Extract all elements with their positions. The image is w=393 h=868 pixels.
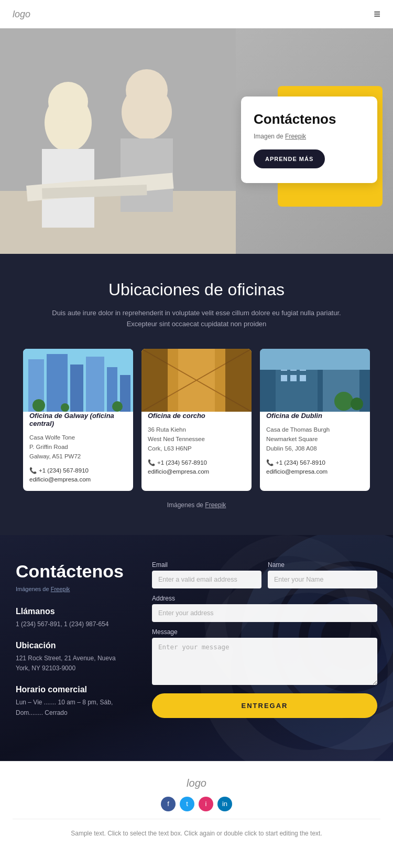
- office-card-dublin: Oficina de Dublin Casa de Thomas BurghNe…: [260, 349, 370, 491]
- message-input[interactable]: [152, 638, 377, 685]
- navbar: logo ≡: [0, 0, 393, 28]
- svg-rect-28: [141, 349, 168, 412]
- svg-rect-40: [260, 349, 370, 370]
- office-image-cork: [141, 349, 252, 412]
- form-row-email-name: Email Name: [152, 561, 377, 588]
- address-label: Address: [152, 595, 377, 602]
- offices-description: Duis aute irure dolor in reprehenderit i…: [45, 308, 348, 330]
- name-group: Name: [268, 561, 377, 588]
- submit-button[interactable]: ENTREGAR: [152, 693, 377, 718]
- address-group: Address: [152, 595, 377, 622]
- instagram-icon[interactable]: i: [199, 797, 213, 811]
- facebook-icon[interactable]: f: [161, 797, 176, 811]
- hours-value: Lun – Vie ....... 10 am – 8 pm, Sáb, Dom…: [16, 698, 131, 717]
- message-group: Message: [152, 628, 377, 685]
- hero-card-subtitle: Imagen de Freepik: [254, 133, 365, 140]
- office-phone-galway: 📞+1 (234) 567-8910: [29, 467, 127, 474]
- name-label: Name: [268, 561, 377, 569]
- call-us-value: 1 (234) 567-891, 1 (234) 987-654: [16, 619, 131, 629]
- svg-point-18: [61, 403, 69, 412]
- office-card-galway: Oficina de Galway (oficina central) Casa…: [23, 349, 133, 491]
- svg-rect-38: [290, 375, 297, 381]
- location-label: Ubicación: [16, 641, 131, 650]
- footer-divider: [13, 819, 380, 819]
- hero-contact-card: Contáctenos Imagen de Freepik APRENDE MÁ…: [241, 97, 377, 183]
- hours-label: Horario comercial: [16, 685, 131, 694]
- svg-rect-37: [281, 375, 287, 381]
- email-label: Email: [152, 561, 261, 569]
- office-name-cork: Oficina de corcho: [148, 412, 245, 420]
- office-name-dublin: Oficina de Dublin: [266, 412, 364, 420]
- office-address-galway: Casa Wolfe ToneP. Griffin RoadGalway, A5…: [29, 433, 127, 462]
- office-email-galway: edificio@empresa.com: [29, 476, 127, 483]
- offices-grid: Oficina de Galway (oficina central) Casa…: [13, 349, 380, 491]
- svg-rect-39: [300, 375, 306, 381]
- form-row-message: Message: [152, 628, 377, 685]
- hero-card-title: Contáctenos: [254, 111, 365, 127]
- footer-sample-text: Sample text. Click to select the text bo…: [13, 824, 380, 844]
- linkedin-icon[interactable]: in: [217, 797, 232, 811]
- offices-credit: Imágenes de Freepik: [13, 501, 380, 519]
- hero-image: [0, 28, 236, 254]
- svg-rect-12: [47, 354, 68, 412]
- contact-info: Contáctenos Imágenes de Freepik Llámanos…: [16, 561, 131, 730]
- svg-rect-13: [70, 365, 83, 412]
- svg-rect-29: [225, 349, 252, 412]
- office-name-galway: Oficina de Galway (oficina central): [29, 412, 127, 427]
- svg-point-41: [334, 392, 353, 411]
- navbar-logo: logo: [13, 9, 30, 20]
- contact-section: Contáctenos Imágenes de Freepik Llámanos…: [0, 535, 393, 761]
- call-us-label: Llámanos: [16, 607, 131, 616]
- address-input[interactable]: [152, 604, 377, 622]
- name-input[interactable]: [268, 571, 377, 588]
- social-icons: f t i in: [13, 797, 380, 811]
- svg-point-19: [112, 401, 123, 412]
- email-group: Email: [152, 561, 261, 588]
- email-input[interactable]: [152, 571, 261, 588]
- office-address-dublin: Casa de Thomas BurghNewmarket SquareDubl…: [266, 425, 364, 454]
- location-value: 121 Rock Street, 21 Avenue, Nueva York, …: [16, 653, 131, 673]
- contact-form-area: Email Name Address Message ENTREGAR: [152, 561, 377, 718]
- menu-icon[interactable]: ≡: [374, 7, 380, 21]
- office-card-cork: Oficina de corcho 36 Ruta KiehnWest Ned …: [141, 349, 252, 491]
- office-image-dublin: [260, 349, 370, 412]
- offices-section: Ubicaciones de oficinas Duis aute irure …: [0, 254, 393, 535]
- learn-more-button[interactable]: APRENDE MÁS: [254, 149, 325, 168]
- office-image-galway: [23, 349, 133, 412]
- contact-credit: Imágenes de Freepik: [16, 586, 131, 592]
- office-email-cork: edificio@empresa.com: [148, 468, 245, 475]
- svg-point-7: [126, 69, 168, 111]
- svg-point-17: [32, 399, 45, 412]
- hero-section: Contáctenos Imagen de Freepik APRENDE MÁ…: [0, 28, 393, 254]
- form-row-address: Address: [152, 595, 377, 622]
- svg-point-4: [48, 82, 88, 122]
- office-address-cork: 36 Ruta KiehnWest Ned TennesseeCork, L63…: [148, 425, 245, 454]
- office-email-dublin: edificio@empresa.com: [266, 468, 364, 475]
- twitter-icon[interactable]: t: [180, 797, 194, 811]
- svg-rect-14: [86, 357, 104, 412]
- office-phone-cork: 📞+1 (234) 567-8910: [148, 459, 245, 466]
- message-label: Message: [152, 628, 377, 636]
- svg-point-42: [351, 398, 363, 410]
- offices-title: Ubicaciones de oficinas: [13, 280, 380, 299]
- office-phone-dublin: 📞+1 (234) 567-8910: [266, 459, 364, 466]
- contact-title: Contáctenos: [16, 561, 131, 582]
